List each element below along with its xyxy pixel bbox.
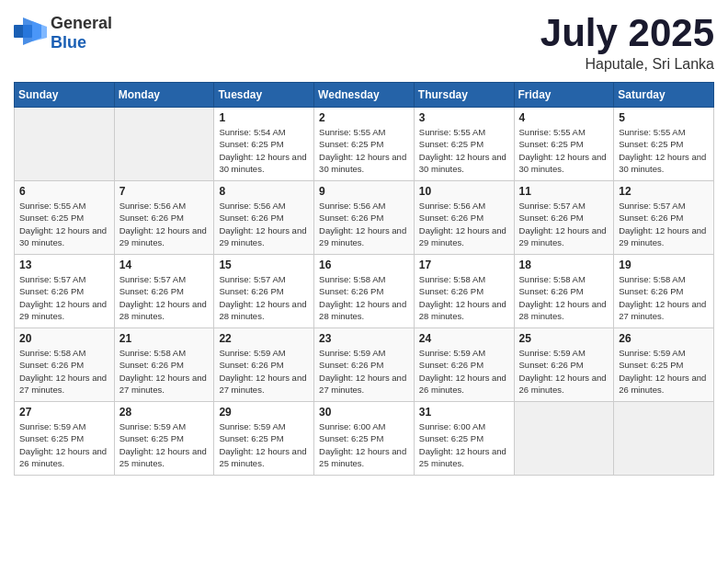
day-info: Sunrise: 5:55 AM Sunset: 6:25 PM Dayligh… <box>19 200 109 248</box>
calendar-cell: 23Sunrise: 5:59 AM Sunset: 6:26 PM Dayli… <box>314 328 415 402</box>
day-number: 6 <box>19 185 109 198</box>
calendar-cell: 4Sunrise: 5:55 AM Sunset: 6:25 PM Daylig… <box>514 108 614 181</box>
day-number: 9 <box>319 185 409 198</box>
calendar-cell: 1Sunrise: 5:54 AM Sunset: 6:25 PM Daylig… <box>214 108 314 181</box>
day-number: 8 <box>219 185 309 198</box>
day-info: Sunrise: 5:59 AM Sunset: 6:25 PM Dayligh… <box>219 420 309 469</box>
calendar-week-5: 27Sunrise: 5:59 AM Sunset: 6:25 PM Dayli… <box>15 402 714 476</box>
calendar-cell: 8Sunrise: 5:56 AM Sunset: 6:26 PM Daylig… <box>214 181 314 255</box>
day-number: 11 <box>519 185 609 198</box>
col-monday: Monday <box>114 83 214 108</box>
day-number: 31 <box>419 406 509 419</box>
calendar-cell: 28Sunrise: 5:59 AM Sunset: 6:25 PM Dayli… <box>114 402 214 476</box>
calendar-cell: 27Sunrise: 5:59 AM Sunset: 6:25 PM Dayli… <box>15 402 115 476</box>
day-info: Sunrise: 5:58 AM Sunset: 6:26 PM Dayligh… <box>319 273 409 322</box>
calendar-cell: 10Sunrise: 5:56 AM Sunset: 6:26 PM Dayli… <box>414 181 514 255</box>
calendar-cell: 17Sunrise: 5:58 AM Sunset: 6:26 PM Dayli… <box>414 255 514 328</box>
header-row: Sunday Monday Tuesday Wednesday Thursday… <box>15 83 714 108</box>
calendar-cell: 16Sunrise: 5:58 AM Sunset: 6:26 PM Dayli… <box>314 255 415 328</box>
day-info: Sunrise: 6:00 AM Sunset: 6:25 PM Dayligh… <box>419 420 509 469</box>
day-number: 26 <box>619 332 709 345</box>
col-saturday: Saturday <box>614 83 714 108</box>
day-info: Sunrise: 5:57 AM Sunset: 6:26 PM Dayligh… <box>119 273 210 322</box>
day-info: Sunrise: 5:55 AM Sunset: 6:25 PM Dayligh… <box>619 126 709 175</box>
day-info: Sunrise: 5:56 AM Sunset: 6:26 PM Dayligh… <box>119 200 210 248</box>
calendar-week-2: 6Sunrise: 5:55 AM Sunset: 6:25 PM Daylig… <box>15 181 714 255</box>
day-info: Sunrise: 5:59 AM Sunset: 6:25 PM Dayligh… <box>19 420 109 469</box>
calendar-cell: 14Sunrise: 5:57 AM Sunset: 6:26 PM Dayli… <box>114 255 214 328</box>
logo-text: General Blue <box>51 14 112 52</box>
logo-blue: Blue <box>51 33 86 52</box>
calendar-cell: 7Sunrise: 5:56 AM Sunset: 6:26 PM Daylig… <box>114 181 214 255</box>
day-info: Sunrise: 5:58 AM Sunset: 6:26 PM Dayligh… <box>119 347 210 396</box>
calendar-cell: 11Sunrise: 5:57 AM Sunset: 6:26 PM Dayli… <box>514 181 614 255</box>
day-number: 24 <box>419 332 509 345</box>
day-info: Sunrise: 5:57 AM Sunset: 6:26 PM Dayligh… <box>219 273 309 322</box>
day-info: Sunrise: 5:58 AM Sunset: 6:26 PM Dayligh… <box>619 273 709 322</box>
calendar-week-1: 1Sunrise: 5:54 AM Sunset: 6:25 PM Daylig… <box>15 108 714 181</box>
calendar-cell: 9Sunrise: 5:56 AM Sunset: 6:26 PM Daylig… <box>314 181 415 255</box>
col-friday: Friday <box>514 83 614 108</box>
day-info: Sunrise: 5:59 AM Sunset: 6:25 PM Dayligh… <box>119 420 210 469</box>
day-number: 7 <box>119 185 210 198</box>
day-number: 14 <box>119 259 210 271</box>
day-number: 17 <box>419 259 509 271</box>
calendar-cell <box>114 108 214 181</box>
day-info: Sunrise: 5:59 AM Sunset: 6:26 PM Dayligh… <box>419 347 509 396</box>
calendar-cell: 13Sunrise: 5:57 AM Sunset: 6:26 PM Dayli… <box>15 255 115 328</box>
calendar-table: Sunday Monday Tuesday Wednesday Thursday… <box>14 82 714 476</box>
day-number: 3 <box>419 111 509 124</box>
calendar-cell: 20Sunrise: 5:58 AM Sunset: 6:26 PM Dayli… <box>15 328 115 402</box>
calendar-cell: 12Sunrise: 5:57 AM Sunset: 6:26 PM Dayli… <box>614 181 714 255</box>
day-number: 25 <box>519 332 609 345</box>
col-wednesday: Wednesday <box>314 83 415 108</box>
day-number: 27 <box>19 406 109 419</box>
calendar-cell: 2Sunrise: 5:55 AM Sunset: 6:25 PM Daylig… <box>314 108 415 181</box>
calendar-header: Sunday Monday Tuesday Wednesday Thursday… <box>15 83 714 108</box>
logo-general: General <box>51 14 112 32</box>
day-info: Sunrise: 5:59 AM Sunset: 6:26 PM Dayligh… <box>219 347 309 396</box>
day-info: Sunrise: 5:55 AM Sunset: 6:25 PM Dayligh… <box>319 126 409 175</box>
day-number: 29 <box>219 406 309 419</box>
logo: General Blue <box>14 14 112 52</box>
calendar-cell: 18Sunrise: 5:58 AM Sunset: 6:26 PM Dayli… <box>514 255 614 328</box>
day-info: Sunrise: 5:55 AM Sunset: 6:25 PM Dayligh… <box>419 126 509 175</box>
day-info: Sunrise: 5:59 AM Sunset: 6:25 PM Dayligh… <box>619 347 709 396</box>
calendar-cell: 22Sunrise: 5:59 AM Sunset: 6:26 PM Dayli… <box>214 328 314 402</box>
day-number: 18 <box>519 259 609 271</box>
day-number: 22 <box>219 332 309 345</box>
logo-graphic <box>14 17 47 49</box>
day-info: Sunrise: 5:59 AM Sunset: 6:26 PM Dayligh… <box>519 347 609 396</box>
calendar-cell: 30Sunrise: 6:00 AM Sunset: 6:25 PM Dayli… <box>314 402 415 476</box>
col-thursday: Thursday <box>414 83 514 108</box>
day-number: 13 <box>19 259 109 271</box>
day-number: 12 <box>619 185 709 198</box>
day-info: Sunrise: 5:56 AM Sunset: 6:26 PM Dayligh… <box>219 200 309 248</box>
svg-marker-2 <box>32 21 47 41</box>
day-number: 2 <box>319 111 409 124</box>
calendar-week-3: 13Sunrise: 5:57 AM Sunset: 6:26 PM Dayli… <box>15 255 714 328</box>
day-number: 1 <box>219 111 309 124</box>
day-number: 21 <box>119 332 210 345</box>
calendar-cell: 29Sunrise: 5:59 AM Sunset: 6:25 PM Dayli… <box>214 402 314 476</box>
title-block: July 2025 Haputale, Sri Lanka <box>540 14 714 73</box>
day-number: 15 <box>219 259 309 271</box>
day-number: 23 <box>319 332 409 345</box>
calendar-cell: 5Sunrise: 5:55 AM Sunset: 6:25 PM Daylig… <box>614 108 714 181</box>
day-info: Sunrise: 5:56 AM Sunset: 6:26 PM Dayligh… <box>319 200 409 248</box>
day-info: Sunrise: 6:00 AM Sunset: 6:25 PM Dayligh… <box>319 420 409 469</box>
day-info: Sunrise: 5:58 AM Sunset: 6:26 PM Dayligh… <box>19 347 109 396</box>
day-info: Sunrise: 5:54 AM Sunset: 6:25 PM Dayligh… <box>219 126 309 175</box>
calendar-cell <box>614 402 714 476</box>
day-number: 10 <box>419 185 509 198</box>
calendar-cell: 25Sunrise: 5:59 AM Sunset: 6:26 PM Dayli… <box>514 328 614 402</box>
day-info: Sunrise: 5:56 AM Sunset: 6:26 PM Dayligh… <box>419 200 509 248</box>
day-info: Sunrise: 5:58 AM Sunset: 6:26 PM Dayligh… <box>419 273 509 322</box>
col-sunday: Sunday <box>15 83 115 108</box>
calendar-body: 1Sunrise: 5:54 AM Sunset: 6:25 PM Daylig… <box>15 108 714 476</box>
day-number: 4 <box>519 111 609 124</box>
page-header: General Blue July 2025 Haputale, Sri Lan… <box>14 14 714 73</box>
calendar-cell: 6Sunrise: 5:55 AM Sunset: 6:25 PM Daylig… <box>15 181 115 255</box>
day-info: Sunrise: 5:58 AM Sunset: 6:26 PM Dayligh… <box>519 273 609 322</box>
day-number: 5 <box>619 111 709 124</box>
